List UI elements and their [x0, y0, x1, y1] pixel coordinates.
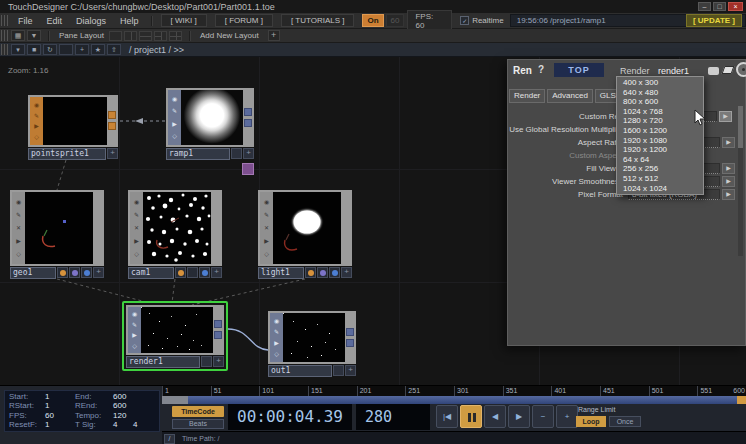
- node-flags[interactable]: ◉ ✎ ✕ ▶ ◇: [260, 192, 273, 264]
- node-body[interactable]: ◉ ✎ ▶ ◇: [268, 311, 356, 364]
- node-viewer[interactable]: [143, 192, 211, 264]
- edit-flag-icon[interactable]: ✎: [172, 108, 177, 114]
- output-connector[interactable]: [244, 108, 252, 116]
- node-comment-button[interactable]: +: [213, 356, 224, 367]
- menu-item[interactable]: 400 x 300: [617, 78, 703, 88]
- timecode-mode-button[interactable]: TimeCode: [172, 406, 224, 417]
- op-node-name[interactable]: render1: [658, 66, 689, 76]
- fps-limit-toggle[interactable]: On: [362, 14, 383, 27]
- material-dot[interactable]: [175, 267, 186, 278]
- rstart-value[interactable]: 1: [45, 402, 75, 410]
- pick-flag-icon[interactable]: ◇: [172, 133, 177, 139]
- node-flag-button[interactable]: [201, 356, 212, 367]
- menu-item[interactable]: 512 x 512: [617, 174, 703, 184]
- pane-preset-three[interactable]: [154, 31, 167, 41]
- node-output-strip[interactable]: [341, 192, 350, 264]
- output-connector[interactable]: [346, 328, 354, 336]
- menu-item[interactable]: 256 x 256: [617, 164, 703, 174]
- pane-preset-single[interactable]: [109, 31, 122, 41]
- eraser-icon[interactable]: [722, 66, 735, 74]
- history-icon[interactable]: [59, 44, 73, 55]
- res-menu-arrow-icon[interactable]: ▶: [719, 111, 732, 122]
- node-comment-button[interactable]: +: [211, 267, 222, 278]
- tsig-numerator[interactable]: 4: [113, 421, 133, 429]
- breadcrumb[interactable]: / project1 / >>: [123, 45, 184, 55]
- pick-flag-icon[interactable]: ◇: [274, 351, 279, 357]
- menu-arrow-icon[interactable]: ▶: [722, 163, 735, 174]
- input-arrow-icon[interactable]: ▶: [274, 340, 279, 346]
- menu-dialogs[interactable]: Dialogs: [69, 16, 113, 26]
- node-flags[interactable]: ◉ ✎ ▶ ◇: [270, 313, 283, 362]
- node-name[interactable]: out1: [268, 365, 332, 377]
- node-body[interactable]: ◉ ✎ ▶ ◇: [166, 88, 254, 147]
- layout-dropdown-icon[interactable]: ▼: [27, 30, 41, 41]
- pane-handle[interactable]: [1, 30, 8, 41]
- stop-icon[interactable]: ■: [27, 44, 41, 55]
- node-name[interactable]: light1: [258, 267, 304, 279]
- node-name[interactable]: pointsprite1: [28, 148, 106, 160]
- menu-item[interactable]: 1920 x 1200: [617, 145, 703, 155]
- output-connector[interactable]: [108, 111, 116, 119]
- pane-preset-split-h[interactable]: [139, 31, 152, 41]
- node-body[interactable]: ◉ ✎ ▶ ◇: [126, 305, 224, 355]
- edit-flag-icon[interactable]: ✎: [134, 212, 139, 218]
- node-flags[interactable]: ◉ ✎ ✕ ▶ ◇: [12, 192, 25, 264]
- loop-button[interactable]: Loop: [576, 416, 606, 427]
- node-name[interactable]: cam1: [128, 267, 174, 279]
- render-dot[interactable]: [329, 267, 340, 278]
- output-connector[interactable]: [214, 320, 222, 328]
- input-arrow-icon[interactable]: ▶: [132, 332, 137, 338]
- node-name[interactable]: ramp1: [166, 148, 230, 160]
- edit-flag-icon[interactable]: ✎: [274, 329, 279, 335]
- output-connector[interactable]: [214, 331, 222, 339]
- play-forward-button[interactable]: ▶: [508, 405, 530, 428]
- node-pointsprite1[interactable]: ◉ ✎ ▶ ◇ pointsprite1 +: [28, 95, 118, 160]
- node-output-strip[interactable]: [107, 97, 116, 145]
- minimize-button[interactable]: –: [698, 2, 711, 11]
- node-flags[interactable]: ◉ ✎ ✕ ▶ ◇: [130, 192, 143, 264]
- fps-value[interactable]: 60: [45, 412, 75, 420]
- render-flag-icon[interactable]: ▶: [264, 238, 269, 244]
- fps-cap-value[interactable]: 60: [386, 14, 405, 27]
- node-flags[interactable]: ◉ ✎ ▶ ◇: [128, 307, 141, 353]
- tempo-value[interactable]: 120: [113, 412, 126, 420]
- node-output-strip[interactable]: [211, 192, 220, 264]
- start-value[interactable]: 1: [45, 393, 75, 401]
- node-comment-button[interactable]: +: [345, 365, 356, 376]
- panel-scrollbar[interactable]: [738, 106, 743, 256]
- node-viewer[interactable]: [43, 97, 107, 145]
- display-dot[interactable]: [69, 267, 80, 278]
- bypass-flag-icon[interactable]: ✕: [16, 225, 21, 231]
- menu-item[interactable]: 1024 x 1024: [617, 184, 703, 194]
- maximize-button[interactable]: □: [713, 2, 726, 11]
- pane-preset-quad[interactable]: [169, 31, 182, 41]
- display-dot[interactable]: [317, 267, 328, 278]
- comment-icon[interactable]: [708, 67, 719, 75]
- node-body[interactable]: ◉ ✎ ✕ ▶ ◇: [258, 190, 352, 266]
- realtime-checkbox[interactable]: ✓: [460, 16, 469, 25]
- pane-preset-split-v[interactable]: [124, 31, 137, 41]
- menu-arrow-icon[interactable]: ▶: [722, 189, 735, 200]
- node-output-strip[interactable]: [345, 313, 354, 362]
- node-render1[interactable]: ◉ ✎ ▶ ◇ render1 +: [126, 305, 224, 368]
- menu-item[interactable]: 640 x 480: [617, 88, 703, 98]
- node-light1[interactable]: ◉ ✎ ✕ ▶ ◇ light1: [258, 190, 352, 279]
- node-body[interactable]: ◉ ✎ ▶ ◇: [28, 95, 118, 147]
- timeline-range-bar[interactable]: [162, 396, 746, 404]
- pick-flag-icon[interactable]: ◇: [264, 251, 269, 257]
- close-button[interactable]: ×: [728, 2, 743, 11]
- menu-arrow-icon[interactable]: ▶: [722, 176, 735, 187]
- display-dot[interactable]: [187, 267, 198, 278]
- pane-handle[interactable]: [1, 44, 8, 55]
- tab-advanced[interactable]: Advanced: [547, 89, 593, 103]
- node-flags[interactable]: ◉ ✎ ▶ ◇: [168, 90, 181, 145]
- node-viewer[interactable]: [141, 307, 213, 353]
- node-comment-button[interactable]: +: [243, 148, 254, 159]
- node-viewer[interactable]: [25, 192, 93, 264]
- bypass-flag-icon[interactable]: ✕: [264, 225, 269, 231]
- language-badge-icon[interactable]: [242, 163, 254, 175]
- skip-to-start-button[interactable]: |◀: [436, 405, 458, 428]
- node-geo1[interactable]: ◉ ✎ ✕ ▶ ◇ geo1: [10, 190, 104, 279]
- pick-flag-icon[interactable]: ◇: [134, 251, 139, 257]
- node-flags[interactable]: ◉ ✎ ▶ ◇: [30, 97, 43, 145]
